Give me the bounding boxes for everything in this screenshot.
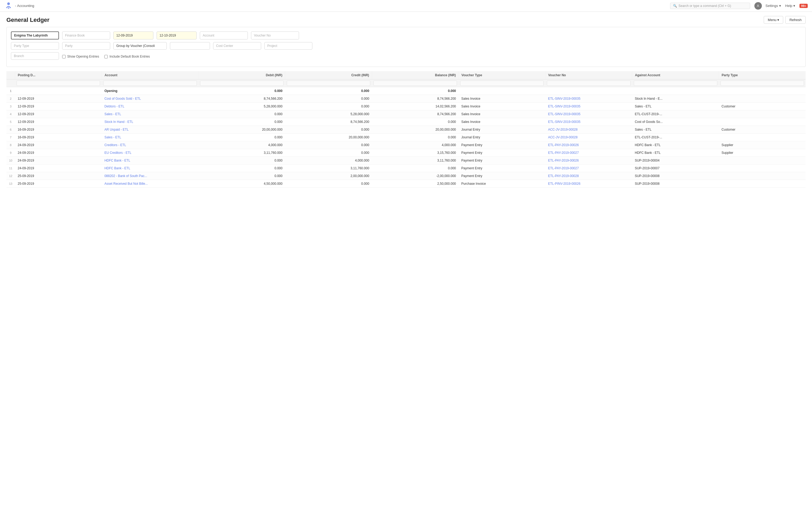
help-button[interactable]: Help ▾ xyxy=(783,3,798,9)
cell-against-account: Cost of Goods So... xyxy=(632,118,719,126)
cell-voucher-no[interactable]: ETL-SINV-2019-00035 xyxy=(545,103,632,110)
from-date-input[interactable] xyxy=(114,31,153,39)
filter-debit[interactable] xyxy=(200,81,284,86)
cell-balance: 8,74,566.200 xyxy=(372,95,458,103)
breadcrumb-chevron: › xyxy=(15,4,16,8)
cell-balance: 4,000.000 xyxy=(372,141,458,149)
cell-posting-date: 25-09-2019 xyxy=(15,172,102,180)
cell-debit: 0.000 xyxy=(199,110,285,118)
to-date-input[interactable] xyxy=(157,31,197,39)
cell-credit: 0.000 xyxy=(285,149,372,157)
show-opening-label[interactable]: Show Opening Entries xyxy=(62,55,99,58)
col-debit[interactable]: Debit (INR) xyxy=(199,71,285,79)
row-number: 11 xyxy=(6,165,15,172)
voucher-no-input[interactable] xyxy=(251,31,299,39)
filter-posting-date[interactable] xyxy=(16,81,100,86)
filter-balance[interactable] xyxy=(373,81,457,86)
cell-account[interactable]: Cost of Goods Sold - ETL xyxy=(102,95,198,103)
filter-voucher-type[interactable] xyxy=(460,81,544,86)
settings-button[interactable]: Settings ▾ xyxy=(763,3,783,9)
table-row: 1Opening0.0000.0000.000 xyxy=(6,87,806,95)
cell-account[interactable]: Creditors - ETL xyxy=(102,141,198,149)
cell-voucher-no[interactable]: ACC-JV-2019-00028 xyxy=(545,134,632,141)
cell-voucher-no[interactable]: ETL-PAY-2019-00027 xyxy=(545,165,632,172)
cell-credit: 0.000 xyxy=(285,87,372,95)
col-against-account[interactable]: Against Account xyxy=(632,71,719,79)
cell-party-type xyxy=(719,157,806,165)
menu-button[interactable]: Menu ▾ xyxy=(764,16,783,24)
cell-balance: 20,00,000.000 xyxy=(372,126,458,134)
project-input[interactable] xyxy=(264,42,312,50)
app-logo xyxy=(4,2,13,10)
cell-party-type xyxy=(719,180,806,188)
cell-account[interactable]: Asset Received But Not Bille... xyxy=(102,180,198,188)
top-nav: › Accounting 🔍 Search or type a command … xyxy=(0,0,812,12)
notification-badge[interactable]: 99+ xyxy=(800,4,808,8)
cell-against-account: HDFC Bank - ETL xyxy=(632,141,719,149)
filter-against-account[interactable] xyxy=(634,81,717,86)
cell-voucher-no[interactable]: ETL-PAY-2019-00027 xyxy=(545,149,632,157)
checkbox-row: Show Opening Entries Include Default Boo… xyxy=(62,53,150,60)
cell-against-account: SUP-2019-00007 xyxy=(632,165,719,172)
col-voucher-no[interactable]: Voucher No xyxy=(545,71,632,79)
cell-account[interactable]: 088202 - Bank of South Pac... xyxy=(102,172,198,180)
ledger-table: Posting D... Account Debit (INR) Credit … xyxy=(6,71,806,188)
cell-account[interactable]: HDFC Bank - ETL xyxy=(102,157,198,165)
filter-party-type[interactable] xyxy=(721,81,804,86)
cell-voucher-no[interactable]: ETL-PAY-2019-00028 xyxy=(545,172,632,180)
cell-account[interactable]: HDFC Bank - ETL xyxy=(102,165,198,172)
col-party-type[interactable]: Party Type xyxy=(719,71,806,79)
group-by-input[interactable] xyxy=(114,42,167,50)
table-row: 512-09-2019Stock In Hand - ETL0.0008,74,… xyxy=(6,118,806,126)
ledger-table-body: 1Opening0.0000.0000.000212-09-2019Cost o… xyxy=(6,87,806,188)
cost-center-input[interactable] xyxy=(213,42,261,50)
cell-voucher-no[interactable]: ETL-PAY-2019-00026 xyxy=(545,157,632,165)
show-opening-checkbox[interactable] xyxy=(62,55,66,58)
cell-balance: 14,02,566.200 xyxy=(372,103,458,110)
refresh-button[interactable]: Refresh xyxy=(785,16,806,24)
col-posting-date[interactable]: Posting D... xyxy=(15,71,102,79)
cell-voucher-no[interactable]: ETL-SINV-2019-00035 xyxy=(545,95,632,103)
party-type-input[interactable] xyxy=(11,42,59,50)
filter-area: Show Opening Entries Include Default Boo… xyxy=(6,27,806,67)
include-default-label[interactable]: Include Default Book Entries xyxy=(104,55,150,58)
global-search[interactable]: 🔍 Search or type a command (Ctrl + G) xyxy=(670,3,750,9)
col-account[interactable]: Account xyxy=(102,71,198,79)
header-actions: Menu ▾ Refresh xyxy=(764,16,806,24)
table-row: 1124-09-2019HDFC Bank - ETL0.0003,11,760… xyxy=(6,165,806,172)
col-credit[interactable]: Credit (INR) xyxy=(285,71,372,79)
finance-book-input[interactable] xyxy=(62,31,110,39)
cell-account[interactable]: EU Creditors - ETL xyxy=(102,149,198,157)
cell-account[interactable]: Sales - ETL xyxy=(102,110,198,118)
cell-voucher-no[interactable]: ETL-PINV-2019-00026 xyxy=(545,180,632,188)
cell-party-type xyxy=(719,134,806,141)
cell-account[interactable]: Debtors - ETL xyxy=(102,103,198,110)
page-header: General Ledger Menu ▾ Refresh xyxy=(0,12,812,27)
table-row: 212-09-2019Cost of Goods Sold - ETL8,74,… xyxy=(6,95,806,103)
cell-balance: 0.000 xyxy=(372,165,458,172)
col-balance[interactable]: Balance (INR) xyxy=(372,71,458,79)
col-voucher-type[interactable]: Voucher Type xyxy=(458,71,545,79)
cell-voucher-no[interactable]: ETL-SINV-2019-00035 xyxy=(545,118,632,126)
cell-account[interactable]: Sales - ETL xyxy=(102,134,198,141)
filter-account[interactable] xyxy=(103,81,197,86)
cell-voucher-no[interactable]: ACC-JV-2019-00028 xyxy=(545,126,632,134)
cell-posting-date: 24-09-2019 xyxy=(15,149,102,157)
cell-balance: 0.000 xyxy=(372,118,458,126)
table-row: 716-09-2019Sales - ETL0.00020,00,000.000… xyxy=(6,134,806,141)
branch-input[interactable] xyxy=(11,52,59,60)
cell-voucher-no[interactable]: ETL-PAY-2019-00026 xyxy=(545,141,632,149)
cell-account[interactable]: AR Unpaid - ETL xyxy=(102,126,198,134)
party-input[interactable] xyxy=(62,42,110,50)
cell-account[interactable]: Stock In Hand - ETL xyxy=(102,118,198,126)
cell-voucher-no[interactable]: ETL-SINV-2019-00035 xyxy=(545,110,632,118)
filter-credit[interactable] xyxy=(287,81,370,86)
company-input[interactable] xyxy=(11,31,59,39)
cell-voucher-type: Sales Invoice xyxy=(458,110,545,118)
cell-against-account: ETL-CUST-2019-... xyxy=(632,110,719,118)
account-input[interactable] xyxy=(200,31,248,39)
filter-extra-input[interactable] xyxy=(170,42,210,50)
filter-voucher-no[interactable] xyxy=(547,81,630,86)
cell-voucher-type xyxy=(458,87,545,95)
include-default-checkbox[interactable] xyxy=(104,55,108,58)
